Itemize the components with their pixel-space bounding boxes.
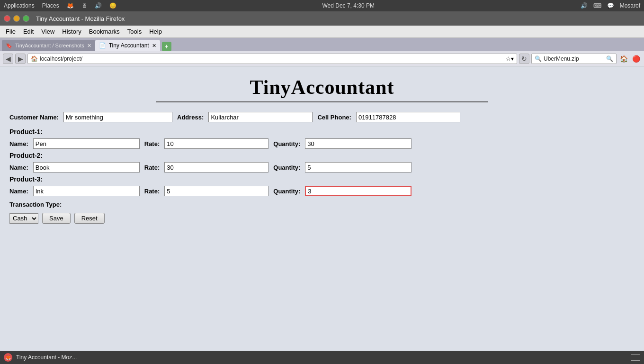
transaction-type-label: Transaction Type:: [9, 201, 62, 208]
tab-screenshots-icon: 🔖: [6, 43, 12, 49]
product1-rate-input[interactable]: [164, 138, 268, 149]
address-input[interactable]: [208, 112, 313, 122]
search-box[interactable]: 🔍 UberMenu.zip 🔍: [531, 54, 617, 64]
product3-rate-label: Rate:: [144, 188, 160, 195]
status-bar: 🦊 Tiny Accountant - Moz...: [0, 351, 644, 364]
product1-name-label: Name:: [9, 140, 28, 147]
username: Mosarof: [620, 2, 640, 9]
product2-name-input[interactable]: [33, 162, 140, 173]
tab-tiny-accountant-label: Tiny Accountant: [109, 42, 149, 49]
page-title: TinyAccountant: [9, 76, 635, 99]
system-bar-left: Applications Places 🦊 🖥 🔊 😊: [4, 2, 116, 9]
menu-bar: File Edit View History Bookmarks Tools H…: [0, 26, 644, 38]
back-button[interactable]: ◀: [3, 54, 13, 64]
tab-tiny-accountant-close[interactable]: ✕: [152, 43, 156, 49]
action-row: Cash Credit Save Reset: [9, 213, 635, 224]
status-icon: 🦊: [4, 353, 12, 362]
firefox-icon-btn[interactable]: 🔴: [631, 54, 641, 64]
product2-qty-input[interactable]: [305, 162, 411, 173]
forward-button[interactable]: ▶: [15, 54, 26, 64]
tab-tiny-accountant-icon: 📄: [99, 42, 106, 49]
product1-rate-label: Rate:: [144, 140, 160, 147]
volume-icon: 🔊: [581, 2, 588, 9]
menu-bookmarks[interactable]: Bookmarks: [85, 27, 124, 36]
app-icon-2: 😊: [109, 2, 116, 9]
product1-qty-input[interactable]: [305, 138, 411, 149]
status-app-label: Tiny Accountant - Moz...: [16, 354, 77, 361]
system-bar-clock: Wed Dec 7, 4:30 PM: [116, 2, 581, 9]
product2-rate-input[interactable]: [164, 162, 268, 173]
window-min-btn[interactable]: [13, 15, 20, 22]
keyboard-icon: ⌨: [593, 2, 601, 9]
save-button[interactable]: Save: [42, 213, 71, 224]
tab-bar: 🔖 TinyAccountant / Screenshots ✕ 📄 Tiny …: [0, 38, 644, 51]
transaction-type-select[interactable]: Cash Credit: [9, 213, 38, 224]
page-content: TinyAccountant Customer Name: Address: C…: [0, 66, 644, 351]
cell-phone-label: Cell Phone:: [317, 114, 351, 121]
address-label: Address:: [177, 114, 204, 121]
product2-row: Name: Rate: Quantity:: [9, 162, 635, 173]
product2-rate-label: Rate:: [144, 164, 160, 171]
product3-header: Product-3:: [9, 175, 635, 183]
window-max-btn[interactable]: [23, 15, 29, 22]
system-bar: Applications Places 🦊 🖥 🔊 😊 Wed Dec 7, 4…: [0, 0, 644, 11]
window-title: Tiny Accountant - Mozilla Firefox: [36, 15, 125, 22]
cell-phone-input[interactable]: [356, 112, 460, 122]
product1-qty-label: Quantity:: [273, 140, 300, 147]
menu-tools[interactable]: Tools: [124, 27, 145, 36]
terminal-icon: 🖥: [81, 2, 87, 9]
tab-screenshots-close[interactable]: ✕: [87, 43, 91, 49]
product2-qty-label: Quantity:: [273, 164, 300, 171]
url-bar[interactable]: 🏠 localhost/project/ ☆ ▾: [27, 54, 517, 64]
dropdown-icon: ▾: [511, 55, 514, 62]
address-bar: ◀ ▶ 🏠 localhost/project/ ☆ ▾ ↻ 🔍 UberMen…: [0, 51, 644, 66]
menu-history[interactable]: History: [58, 27, 85, 36]
product3-name-label: Name:: [9, 188, 28, 195]
window-chrome: Tiny Accountant - Mozilla Firefox: [0, 11, 644, 26]
home-button[interactable]: 🏠: [618, 54, 629, 64]
customer-row: Customer Name: Address: Cell Phone:: [9, 112, 635, 122]
status-box: [631, 354, 640, 361]
product2-name-label: Name:: [9, 164, 28, 171]
customer-name-input[interactable]: [63, 112, 172, 122]
system-bar-right: 🔊 ⌨ 💬 Mosarof: [581, 2, 640, 9]
tab-screenshots[interactable]: 🔖 TinyAccountant / Screenshots ✕: [2, 40, 95, 51]
product3-qty-input[interactable]: [305, 186, 411, 196]
reset-button[interactable]: Reset: [74, 213, 105, 224]
window-close-btn[interactable]: [4, 15, 10, 22]
product3-row: Name: Rate: Quantity:: [9, 186, 635, 196]
app-icon-1: 🔊: [95, 2, 102, 9]
status-right: [631, 354, 640, 361]
tab-screenshots-label: TinyAccountant / Screenshots: [15, 43, 84, 48]
product3-name-input[interactable]: [33, 186, 140, 196]
chat-icon: 💬: [607, 2, 614, 9]
menu-file[interactable]: File: [2, 27, 19, 36]
url-text: localhost/project/: [40, 55, 82, 62]
firefox-icon: 🦊: [67, 2, 74, 9]
menu-edit[interactable]: Edit: [19, 27, 37, 36]
search-engine-icon: 🔍: [535, 55, 542, 62]
product2-header: Product-2:: [9, 152, 635, 159]
product1-header: Product-1:: [9, 128, 635, 136]
product1-name-input[interactable]: [33, 138, 140, 149]
product3-qty-label: Quantity:: [273, 188, 300, 195]
customer-name-label: Customer Name:: [9, 114, 59, 121]
search-input[interactable]: UberMenu.zip: [544, 55, 579, 62]
product1-row: Name: Rate: Quantity:: [9, 138, 635, 149]
transaction-row: Transaction Type:: [9, 201, 635, 208]
menu-view[interactable]: View: [37, 27, 58, 36]
product3-rate-input[interactable]: [164, 186, 268, 196]
tab-tiny-accountant[interactable]: 📄 Tiny Accountant ✕: [95, 40, 160, 51]
tab-add-button[interactable]: +: [162, 42, 171, 51]
star-icon: ☆: [506, 55, 511, 62]
applications-menu[interactable]: Applications: [4, 2, 35, 9]
refresh-button[interactable]: ↻: [519, 54, 529, 64]
title-underline: [156, 101, 488, 102]
search-btn[interactable]: 🔍: [606, 55, 613, 62]
url-icon: 🏠: [31, 55, 38, 62]
menu-help[interactable]: Help: [145, 27, 166, 36]
places-menu[interactable]: Places: [42, 2, 59, 9]
